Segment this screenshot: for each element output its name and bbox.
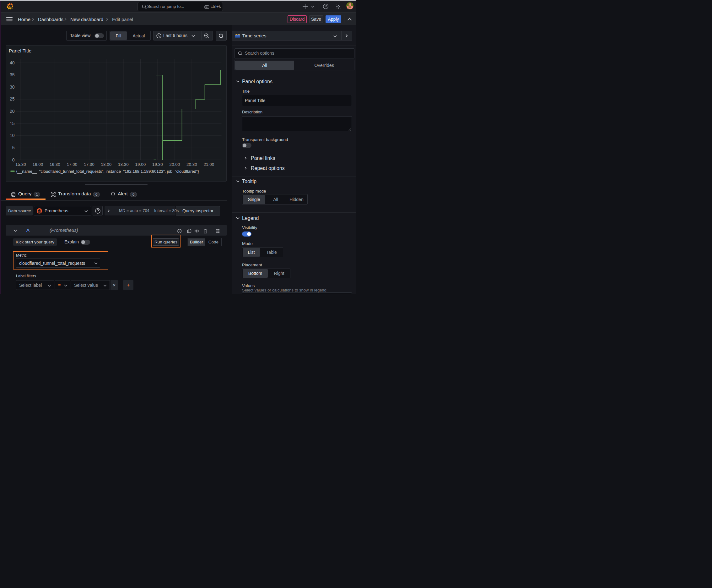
svg-text:35: 35 — [10, 72, 15, 77]
svg-text:19:00: 19:00 — [135, 162, 146, 167]
svg-text:30: 30 — [10, 84, 15, 89]
svg-text:17:00: 17:00 — [67, 162, 78, 167]
svg-text:5: 5 — [12, 145, 15, 150]
svg-text:20:30: 20:30 — [187, 162, 197, 167]
svg-text:17:30: 17:30 — [84, 162, 94, 167]
svg-text:20:00: 20:00 — [170, 162, 180, 167]
svg-text:0: 0 — [12, 158, 15, 162]
svg-text:20: 20 — [10, 109, 15, 114]
svg-text:15: 15 — [10, 121, 15, 126]
svg-text:21:00: 21:00 — [204, 162, 214, 167]
svg-text:18:00: 18:00 — [101, 162, 112, 167]
svg-text:15:30: 15:30 — [15, 162, 26, 167]
svg-text:18:30: 18:30 — [118, 162, 129, 167]
svg-text:16:00: 16:00 — [33, 162, 43, 167]
svg-text:40: 40 — [10, 60, 15, 65]
svg-text:Panel Title: Panel Title — [9, 48, 31, 54]
svg-text:25: 25 — [10, 97, 15, 102]
svg-text:{__name__="cloudflared_tunnel_: {__name__="cloudflared_tunnel_total_requ… — [16, 169, 199, 174]
svg-text:10: 10 — [10, 133, 15, 138]
svg-text:19:30: 19:30 — [152, 162, 163, 167]
svg-text:16:30: 16:30 — [50, 162, 60, 167]
